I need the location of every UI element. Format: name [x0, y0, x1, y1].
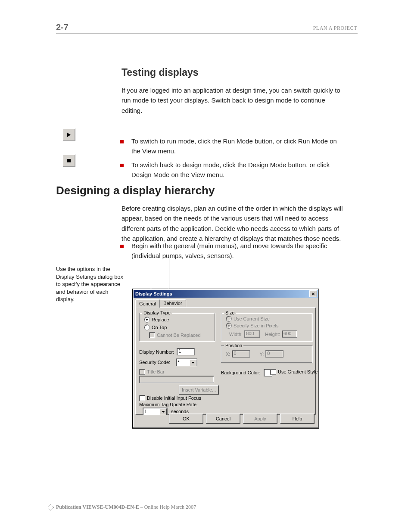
- checkbox-icon: [139, 395, 145, 401]
- combo-value: *: [177, 360, 179, 365]
- radio-icon: [226, 316, 232, 322]
- radio-replace[interactable]: Replace: [144, 317, 169, 323]
- security-code-row: Security Code: *: [139, 358, 197, 366]
- radio-label: Replace: [152, 317, 169, 322]
- radio-specify-size: Specify Size in Pixels: [226, 323, 279, 329]
- section-heading-hierarchy: Designing a display hierarchy: [56, 184, 215, 197]
- max-rate-label: Maximum Tag Update Rate:: [139, 402, 198, 407]
- bullet-icon: [120, 245, 124, 248]
- header-rule: [56, 34, 358, 34]
- dialog-button-row: OK Cancel Apply Help: [169, 414, 314, 424]
- dialog-titlebar[interactable]: Display Settings ✕: [134, 290, 318, 298]
- close-icon: ✕: [311, 292, 315, 296]
- footer-icon: [47, 504, 54, 511]
- chevron-down-icon: [190, 359, 196, 366]
- stop-icon: [66, 158, 72, 163]
- tab-general[interactable]: General: [135, 299, 160, 308]
- chevron-down-icon: [160, 408, 167, 415]
- title-bar-text-field: [139, 376, 214, 383]
- label: Security Code:: [139, 360, 170, 365]
- checkbox-label: Use Gradient Style: [278, 369, 318, 374]
- bullet-icon: [120, 164, 124, 167]
- max-rate-combo[interactable]: 1: [143, 408, 168, 415]
- tab-panel-general: Display Type Replace On Top Cannot Be Re…: [135, 307, 316, 415]
- checkbox-icon: [139, 369, 145, 375]
- height-field: 600: [282, 330, 297, 338]
- dialog-title: Display Settings: [134, 291, 172, 296]
- help-button[interactable]: Help: [280, 414, 314, 424]
- group-display-type: Display Type Replace On Top Cannot Be Re…: [139, 313, 215, 341]
- label: Background Color:: [221, 370, 260, 375]
- tab-behavior[interactable]: Behavior: [159, 299, 186, 307]
- svg-rect-1: [67, 159, 71, 162]
- page-number: 2-7: [56, 22, 68, 32]
- ok-button[interactable]: OK: [169, 414, 203, 424]
- caption: Use the options in the Display Settings …: [56, 265, 125, 303]
- apply-button: Apply: [243, 414, 277, 424]
- radio-icon: [226, 323, 232, 329]
- checkbox-title-bar: Title Bar: [139, 369, 165, 375]
- insert-variable-button: Insert Variable...: [179, 385, 219, 395]
- cancel-button[interactable]: Cancel: [206, 414, 240, 424]
- checkbox-use-gradient[interactable]: Use Gradient Style: [270, 369, 318, 375]
- display-number-row: Display Number: 1: [139, 348, 195, 355]
- radio-label: On Top: [152, 325, 167, 330]
- size-width-row: Width: 800 Height: 600: [229, 330, 297, 338]
- group-legend: Size: [224, 310, 236, 315]
- radio-label: Specify Size in Pixels: [234, 323, 279, 328]
- label: Width:: [229, 332, 243, 337]
- svg-marker-2: [48, 504, 54, 510]
- close-button[interactable]: ✕: [309, 290, 317, 297]
- radio-icon: [144, 317, 150, 323]
- section-heading-testing: Testing displays: [121, 67, 199, 78]
- play-icon: [66, 132, 72, 137]
- paragraph: Before creating displays, plan an outlin…: [121, 203, 346, 243]
- group-size: Size Use Current Size Specify Size in Pi…: [221, 313, 312, 341]
- display-number-field[interactable]: 1: [177, 348, 195, 355]
- label: X:: [226, 352, 230, 357]
- radio-use-current-size: Use Current Size: [226, 316, 270, 322]
- background-color-row: Background Color:: [221, 369, 272, 376]
- group-position: Position X: 0 Y: 0: [221, 345, 312, 363]
- label: Y:: [259, 352, 264, 357]
- combo-value: 1: [144, 409, 147, 414]
- position-row: X: 0 Y: 0: [226, 350, 283, 358]
- svg-marker-0: [67, 133, 71, 137]
- radio-icon: [144, 324, 150, 330]
- y-field: 0: [265, 350, 283, 358]
- footer-text: Publication VIEWSE-UM004D-EN-E – Online …: [56, 504, 196, 510]
- bullet-icon: [120, 140, 124, 143]
- radio-on-top[interactable]: On Top: [144, 324, 167, 330]
- run-mode-button[interactable]: [62, 128, 75, 141]
- checkbox-label: Disable Initial Input Focus: [147, 395, 201, 401]
- tab-strip: General Behavior: [135, 299, 316, 307]
- x-field: 0: [232, 350, 250, 358]
- checkbox-label: Title Bar: [147, 369, 165, 374]
- checkbox-cannot-replace: Cannot Be Replaced: [149, 332, 201, 338]
- paragraph: If you are logged into an application at…: [121, 85, 346, 115]
- footer-publication: Publication VIEWSE-UM004D-EN-E: [56, 504, 139, 510]
- width-field: 800: [244, 330, 260, 338]
- paragraph: To switch to run mode, click the Run Mod…: [131, 136, 342, 156]
- checkbox-icon: [149, 332, 155, 338]
- radio-label: Use Current Size: [234, 316, 270, 321]
- doc-title: PLAN A PROJECT: [313, 25, 357, 31]
- paragraph: Begin with the general (main menus), and…: [131, 241, 342, 261]
- group-legend: Position: [224, 343, 243, 348]
- label: Display Number:: [139, 349, 174, 355]
- footer-extra: – Online Help March 2007: [139, 504, 196, 510]
- display-settings-dialog: Display Settings ✕ General Behavior Disp…: [132, 289, 319, 429]
- checkbox-icon: [270, 369, 276, 375]
- label: Height:: [265, 332, 280, 337]
- checkbox-disable-focus[interactable]: Disable Initial Input Focus: [139, 395, 201, 401]
- design-mode-button[interactable]: [62, 154, 75, 167]
- group-legend: Display Type: [142, 310, 172, 315]
- paragraph: To switch back to design mode, click the…: [131, 160, 342, 180]
- checkbox-label: Cannot Be Replaced: [157, 333, 201, 338]
- security-code-combo[interactable]: *: [176, 358, 197, 366]
